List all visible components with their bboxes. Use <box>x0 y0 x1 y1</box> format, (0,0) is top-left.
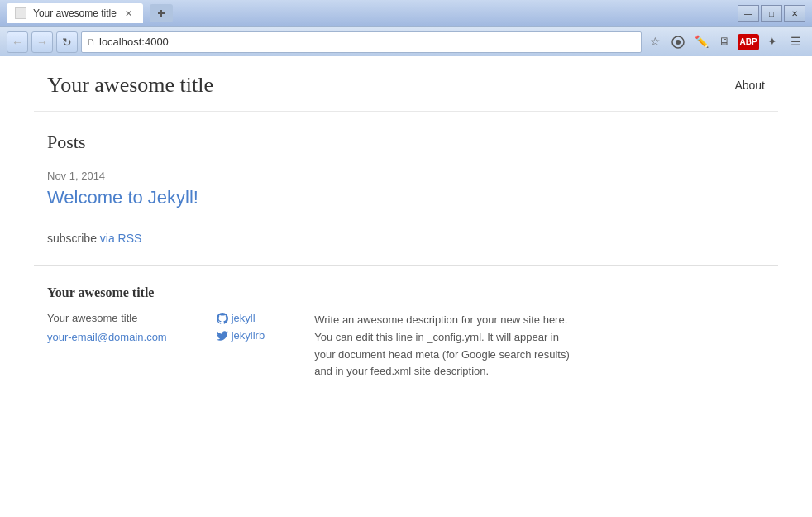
window-controls: — □ ✕ <box>738 5 805 22</box>
svg-point-3 <box>676 40 681 45</box>
forward-button[interactable]: → <box>31 31 53 53</box>
window-icon[interactable]: 🖥 <box>714 32 734 52</box>
jekyll-link[interactable]: jekyll <box>217 312 265 324</box>
main-content: Posts Nov 1, 2014 Welcome to Jekyll! sub… <box>34 112 778 265</box>
reload-button[interactable]: ↻ <box>56 31 78 53</box>
new-tab-button[interactable] <box>150 4 173 22</box>
footer-col-desc: Write an awesome description for your ne… <box>314 312 579 381</box>
site-header: Your awesome title About <box>34 56 778 112</box>
tab-title: Your awesome title <box>33 7 117 19</box>
pointer-icon[interactable]: ✦ <box>762 32 782 52</box>
toolbar: ← → ↻ 🗋 ☆ ✏️ 🖥 ABP ✦ ☰ <box>0 26 812 56</box>
page-icon: 🗋 <box>87 37 96 47</box>
minimize-button[interactable]: — <box>738 5 759 22</box>
browser-window: Your awesome title ✕ — □ ✕ ← → ↻ 🗋 ☆ <box>0 0 812 517</box>
erase-icon[interactable]: ✏️ <box>691 32 711 52</box>
close-button[interactable]: ✕ <box>784 5 805 22</box>
maximize-button[interactable]: □ <box>761 5 782 22</box>
rss-link[interactable]: via RSS <box>100 232 142 245</box>
footer-columns: Your awesome title your-email@domain.com… <box>47 312 765 381</box>
tab-favicon <box>15 7 26 19</box>
jekyllrb-link[interactable]: jekyllrb <box>217 329 265 342</box>
about-link[interactable]: About <box>734 79 765 92</box>
site-nav: About <box>734 78 765 93</box>
footer-email-link[interactable]: your-email@domain.com <box>47 331 167 343</box>
address-bar-container[interactable]: 🗋 <box>81 31 642 53</box>
toolbar-icons: ☆ ✏️ 🖥 ABP ✦ ☰ <box>645 32 805 52</box>
back-button[interactable]: ← <box>7 31 28 53</box>
footer-description: Write an awesome description for your ne… <box>314 312 579 381</box>
new-tab-icon <box>156 8 166 18</box>
site-title: Your awesome title <box>47 73 213 98</box>
tab-close-button[interactable]: ✕ <box>123 7 135 19</box>
footer-site-name: Your awesome title <box>47 312 167 324</box>
subscribe-text: subscribe via RSS <box>47 232 765 245</box>
footer-title: Your awesome title <box>47 285 765 300</box>
github-icon <box>217 313 228 324</box>
footer-email: your-email@domain.com <box>47 329 167 344</box>
abp-icon[interactable]: ABP <box>738 34 759 50</box>
page-content: Your awesome title About Posts Nov 1, 20… <box>0 56 812 517</box>
post-date: Nov 1, 2014 <box>47 170 765 182</box>
address-input[interactable] <box>99 36 636 48</box>
post-title-link[interactable]: Welcome to Jekyll! <box>47 187 198 208</box>
twitter-icon <box>217 330 228 342</box>
sync-icon[interactable] <box>668 32 688 52</box>
browser-tab[interactable]: Your awesome title ✕ <box>7 3 143 23</box>
site-footer: Your awesome title Your awesome title yo… <box>34 265 778 400</box>
title-bar: Your awesome title ✕ — □ ✕ <box>0 0 812 26</box>
svg-rect-1 <box>160 10 162 17</box>
posts-heading: Posts <box>47 132 765 153</box>
footer-col-social: jekyll jekyllrb <box>217 312 265 342</box>
post-item: Nov 1, 2014 Welcome to Jekyll! <box>47 170 765 208</box>
bookmark-icon[interactable]: ☆ <box>645 32 665 52</box>
menu-icon[interactable]: ☰ <box>786 32 805 52</box>
footer-col-contact: Your awesome title your-email@domain.com <box>47 312 167 344</box>
